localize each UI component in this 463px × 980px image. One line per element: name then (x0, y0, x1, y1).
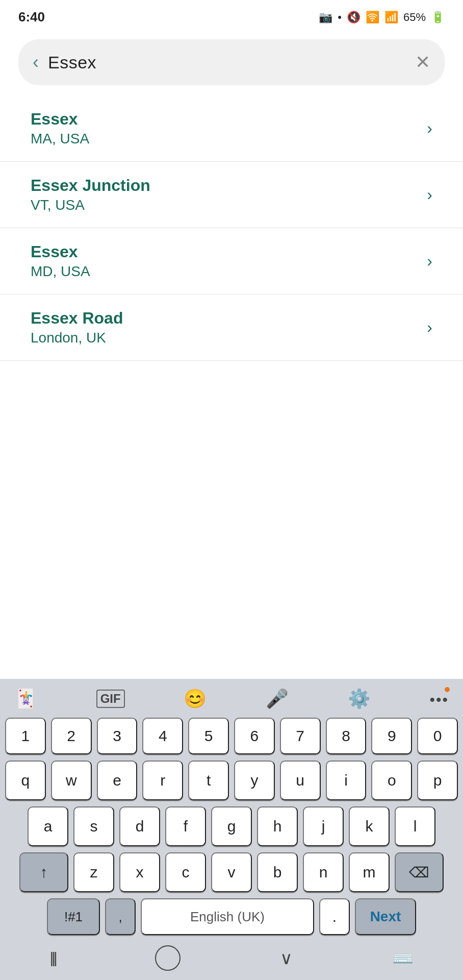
key-g[interactable]: g (211, 806, 252, 846)
bottom-nav: ||| ∨ ⌨️ (0, 938, 463, 980)
more-icon[interactable]: ••• (429, 688, 449, 709)
status-time: 6:40 (18, 9, 45, 25)
gif-button[interactable]: GIF (96, 690, 125, 708)
key-v[interactable]: v (211, 852, 252, 892)
key-t[interactable]: t (188, 761, 229, 800)
key-y[interactable]: y (234, 761, 275, 800)
wifi-icon: 🛜 (366, 11, 379, 24)
search-bar[interactable]: ‹ Essex ✕ (18, 39, 445, 85)
nav-home-icon[interactable] (155, 945, 181, 971)
mic-icon[interactable]: 🎤 (266, 688, 289, 709)
letter-row-1: qwertyuiop (0, 757, 463, 803)
result-text: Essex Road London, UK (31, 309, 123, 346)
key-7[interactable]: 7 (280, 718, 321, 754)
results-list: Essex MA, USA › Essex Junction VT, USA ›… (0, 95, 463, 361)
chevron-right-icon: › (427, 252, 432, 271)
delete-key[interactable]: ⌫ (395, 852, 444, 892)
mute-icon: 🔇 (347, 11, 361, 24)
key-h[interactable]: h (257, 806, 298, 846)
key-n[interactable]: n (303, 852, 344, 892)
key-2[interactable]: 2 (51, 718, 92, 754)
number-row: 1234567890 (0, 715, 463, 757)
notification-dot (445, 687, 450, 692)
key-p[interactable]: p (417, 761, 458, 800)
key-l[interactable]: l (395, 806, 435, 846)
space-key[interactable]: English (UK) (141, 898, 314, 935)
signal-icon: 📶 (384, 11, 398, 24)
key-1[interactable]: 1 (5, 718, 46, 754)
nav-keyboard-icon[interactable]: ⌨️ (392, 948, 414, 968)
nav-back-icon[interactable]: ||| (49, 949, 55, 967)
key-c[interactable]: c (165, 852, 206, 892)
result-text: Essex MD, USA (31, 242, 90, 280)
result-location: VT, USA (31, 197, 150, 213)
key-3[interactable]: 3 (97, 718, 138, 754)
key-m[interactable]: m (349, 852, 390, 892)
letter-row-3: ↑zxcvbnm⌫ (0, 849, 463, 895)
battery-icon: 🔋 (431, 11, 445, 24)
status-icons: 📷 • 🔇 🛜 📶 65% 🔋 (319, 11, 445, 24)
chevron-right-icon: › (427, 119, 432, 138)
shift-key[interactable]: ↑ (19, 852, 68, 892)
bluetooth-icon: • (338, 11, 342, 24)
result-name: Essex (31, 110, 89, 129)
more-dots: ••• (429, 691, 449, 708)
result-item[interactable]: Essex MD, USA › (0, 228, 463, 295)
result-name: Essex Road (31, 309, 123, 328)
key-i[interactable]: i (326, 761, 367, 800)
key-0[interactable]: 0 (417, 718, 458, 754)
keyboard-area: 🃏 GIF 😊 🎤 ⚙️ ••• 1234567890 qwertyuiop a… (0, 679, 463, 980)
result-item[interactable]: Essex MA, USA › (0, 95, 463, 162)
sticker-icon[interactable]: 🃏 (14, 688, 37, 709)
key-u[interactable]: u (280, 761, 321, 800)
key-5[interactable]: 5 (188, 718, 229, 754)
key-9[interactable]: 9 (371, 718, 412, 754)
back-button[interactable]: ‹ (33, 52, 39, 73)
period-key[interactable]: . (319, 898, 350, 935)
key-f[interactable]: f (165, 806, 206, 846)
key-o[interactable]: o (371, 761, 412, 800)
comma-key[interactable]: , (105, 898, 136, 935)
key-w[interactable]: w (51, 761, 92, 800)
settings-icon[interactable]: ⚙️ (348, 688, 371, 709)
results-bottom-space (0, 361, 463, 391)
sym-key[interactable]: !#1 (47, 898, 100, 935)
next-key[interactable]: Next (355, 898, 416, 935)
result-name: Essex Junction (31, 176, 150, 195)
key-4[interactable]: 4 (142, 718, 183, 754)
battery-label: 65% (403, 11, 426, 24)
key-b[interactable]: b (257, 852, 298, 892)
key-k[interactable]: k (349, 806, 390, 846)
key-z[interactable]: z (73, 852, 114, 892)
camera-icon: 📷 (319, 11, 332, 24)
keyboard-toolbar: 🃏 GIF 😊 🎤 ⚙️ ••• (0, 679, 463, 715)
key-x[interactable]: x (119, 852, 160, 892)
chevron-right-icon: › (427, 318, 432, 337)
result-name: Essex (31, 242, 90, 261)
key-6[interactable]: 6 (234, 718, 275, 754)
bottom-row: !#1,English (UK).Next (0, 895, 463, 938)
result-location: MD, USA (31, 263, 90, 280)
result-text: Essex Junction VT, USA (31, 176, 150, 213)
nav-recents-icon[interactable]: ∨ (280, 948, 293, 968)
result-location: MA, USA (31, 131, 89, 147)
result-text: Essex MA, USA (31, 110, 89, 147)
key-r[interactable]: r (142, 761, 183, 800)
key-8[interactable]: 8 (326, 718, 367, 754)
search-input-value[interactable]: Essex (48, 53, 415, 72)
status-bar: 6:40 📷 • 🔇 🛜 📶 65% 🔋 (0, 0, 463, 30)
key-d[interactable]: d (119, 806, 160, 846)
result-item[interactable]: Essex Junction VT, USA › (0, 162, 463, 228)
key-e[interactable]: e (97, 761, 138, 800)
chevron-right-icon: › (427, 185, 432, 204)
key-j[interactable]: j (303, 806, 344, 846)
result-location: London, UK (31, 330, 123, 346)
key-s[interactable]: s (73, 806, 114, 846)
letter-row-2: asdfghjkl (0, 803, 463, 849)
result-item[interactable]: Essex Road London, UK › (0, 295, 463, 361)
clear-button[interactable]: ✕ (415, 52, 430, 73)
key-q[interactable]: q (5, 761, 46, 800)
key-a[interactable]: a (28, 806, 68, 846)
emoji-icon[interactable]: 😊 (184, 688, 207, 709)
